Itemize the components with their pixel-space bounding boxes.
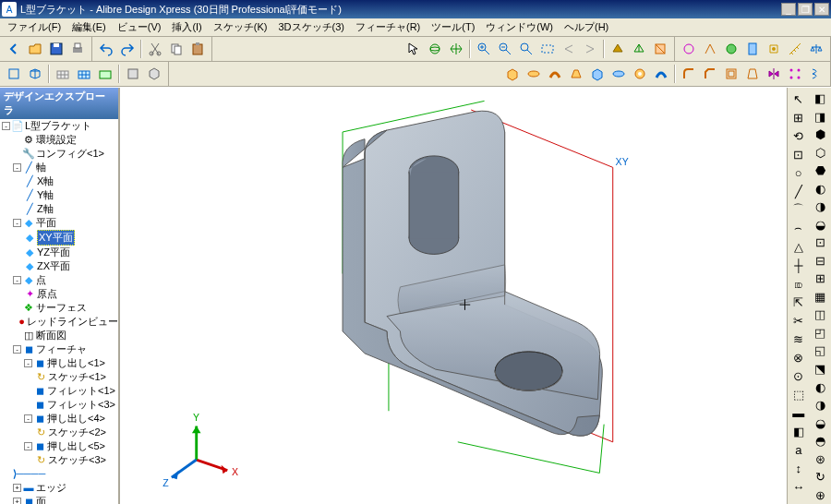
rtool-feature-16[interactable]: ◐ [810,378,830,396]
zoom-out-button[interactable] [495,39,515,59]
menu-view[interactable]: ビュー(V) [112,18,167,36]
paste-button[interactable] [187,39,208,59]
rtool-feature-15[interactable]: ⬔ [810,360,830,378]
rtool-feature-22[interactable]: ⊕ [810,486,830,504]
minimize-button[interactable]: _ [781,3,796,16]
save-button[interactable] [46,39,66,59]
tree-sk3[interactable]: ↻スケッチ<3> [35,453,118,467]
tree-surface[interactable]: ❖サーフェス [13,301,118,315]
redo-button[interactable] [117,39,138,59]
tree-config[interactable]: 🔧コンフィグ<1> [13,147,118,161]
rtool-sketch-2[interactable]: ⟲ [789,126,809,145]
tree-edge[interactable]: +▬エッジ [13,481,118,495]
menu-feature[interactable]: フィーチャ(R) [350,18,426,36]
analyze-4-button[interactable] [742,39,763,59]
section-view-button[interactable] [650,39,670,59]
tree-axes[interactable]: -╱軸 [13,161,118,174]
tree-yz-plane[interactable]: ◆YZ平面 [24,246,118,259]
rtool-sketch-19[interactable]: a [789,440,809,459]
rtool-sketch-14[interactable]: ⊗ [789,348,809,366]
rtool-sketch-5[interactable]: ╱ [789,182,809,200]
next-view-button[interactable] [580,39,600,59]
tree-planes[interactable]: -◆平面 [13,216,118,230]
rtool-feature-8[interactable]: ⊡ [810,234,830,252]
rtool-feature-2[interactable]: ⬢ [810,126,830,144]
menu-help[interactable]: ヘルプ(H) [559,18,614,36]
rtool-sketch-17[interactable]: ▬ [789,403,809,422]
rtool-sketch-9[interactable]: ┼ [789,256,809,274]
menu-sketch[interactable]: スケッチ(K) [208,18,273,36]
rtool-feature-7[interactable]: ◒ [810,216,830,234]
rtool-feature-5[interactable]: ◐ [810,180,830,198]
tree-root[interactable]: -📄L型ブラケット [2,119,118,133]
tree-redline[interactable]: ●レッドラインビュー [13,315,118,329]
back-button[interactable] [4,39,24,59]
ft-mirror-button[interactable] [764,64,784,84]
ft-sweep-button[interactable] [545,64,565,84]
rtool-feature-19[interactable]: ◓ [810,432,830,450]
ft-helix-button[interactable] [806,64,826,84]
menu-edit[interactable]: 編集(E) [66,18,112,36]
grid-2-button[interactable] [74,64,94,84]
analyze-1-button[interactable] [679,39,699,59]
rtool-sketch-1[interactable]: ⊞ [789,108,809,126]
pan-button[interactable] [446,39,466,59]
rtool-feature-20[interactable]: ⊛ [810,450,830,468]
menu-window[interactable]: ウィンドウ(W) [480,18,559,36]
ft-hole-button[interactable] [630,64,650,84]
select-button[interactable] [403,39,424,59]
3d-viewport[interactable]: X Y Z XY [120,88,787,504]
tree-env[interactable]: ⚙環境設定 [13,133,118,147]
ft-shell-button[interactable] [721,64,741,84]
print-button[interactable] [67,39,88,59]
rtool-feature-18[interactable]: ◒ [810,414,830,432]
balance-button[interactable] [806,39,826,59]
rtool-feature-9[interactable]: ⊟ [810,252,830,270]
sketch-2d-button[interactable] [4,64,24,84]
measure-button[interactable] [785,39,805,59]
tree-ext1[interactable]: -◼押し出し<1> [24,356,118,370]
tree-z-axis[interactable]: ╱Z軸 [24,202,118,216]
tree-sk1[interactable]: ↻スケッチ<1> [35,370,118,384]
rtool-sketch-21[interactable]: ↔ [789,477,809,496]
rtool-sketch-12[interactable]: ✂ [789,311,809,330]
prev-view-button[interactable] [559,39,579,59]
rtool-sketch-13[interactable]: ≋ [789,330,809,348]
rtool-feature-13[interactable]: ◰ [810,324,830,342]
rtool-feature-14[interactable]: ◱ [810,342,830,360]
tree-x-axis[interactable]: ╱X軸 [24,174,118,188]
analyze-3-button[interactable] [721,39,741,59]
ft-pattern-button[interactable] [785,64,805,84]
view-iso-button[interactable] [144,64,164,84]
rtool-feature-3[interactable]: ⬡ [810,144,830,162]
rtool-sketch-3[interactable]: ⊡ [789,145,809,163]
ft-cut-extrude-button[interactable] [587,64,608,84]
open-button[interactable] [25,39,45,59]
rtool-sketch-6[interactable]: ⌒ [789,200,809,219]
rtool-feature-10[interactable]: ⊞ [810,270,830,288]
tree-ext5[interactable]: -◼押し出し<5> [24,439,118,453]
rtool-sketch-4[interactable]: ○ [789,163,809,182]
tree-fil3[interactable]: ◼フィレット<3> [24,398,118,412]
cut-button[interactable] [145,39,165,59]
menu-insert[interactable]: 挿入(I) [166,18,207,36]
tree-points[interactable]: -◆点 [13,273,118,287]
wireframe-button[interactable] [629,39,649,59]
maximize-button[interactable]: ❐ [798,3,813,16]
rtool-sketch-16[interactable]: ⬚ [789,385,809,403]
tree-section[interactable]: ◫断面図 [13,329,118,342]
orbit-button[interactable] [425,39,445,59]
tree-face[interactable]: +◼面 [13,495,118,504]
tree-ext4[interactable]: -◼押し出し<4> [24,412,118,426]
rtool-feature-4[interactable]: ⬣ [810,162,830,180]
rtool-feature-6[interactable]: ◑ [810,198,830,216]
rtool-feature-17[interactable]: ◑ [810,396,830,414]
grid-1-button[interactable] [53,64,73,84]
rtool-sketch-8[interactable]: △ [789,237,809,256]
ft-draft-button[interactable] [742,64,763,84]
tree-y-axis[interactable]: ╱Y軸 [24,188,118,202]
tree-xy-plane[interactable]: ◆XY平面 [24,230,118,246]
analyze-2-button[interactable] [700,39,720,59]
tree-sk2[interactable]: ↻スケッチ<2> [35,426,118,439]
rtool-sketch-11[interactable]: ⇱ [789,293,809,311]
